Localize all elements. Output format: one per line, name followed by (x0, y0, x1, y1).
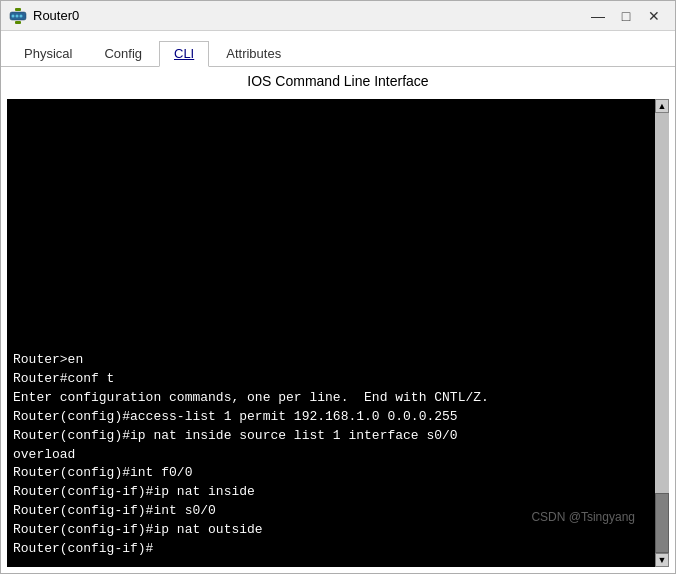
svg-point-1 (12, 14, 15, 17)
tab-config[interactable]: Config (89, 41, 157, 66)
router-icon (9, 7, 27, 25)
cli-content[interactable]: Press RETURN to get started. Router>en R… (7, 99, 655, 567)
scrollbar-track[interactable] (655, 113, 669, 553)
scrollbar-thumb[interactable] (655, 493, 669, 553)
close-button[interactable]: ✕ (641, 6, 667, 26)
tab-attributes[interactable]: Attributes (211, 41, 296, 66)
svg-point-3 (20, 14, 23, 17)
minimize-button[interactable]: — (585, 6, 611, 26)
main-window: Router0 — □ ✕ Physical Config CLI Attrib… (0, 0, 676, 574)
scrollbar[interactable]: ▲ ▼ (655, 99, 669, 567)
cli-commands: Router>en Router#conf t Enter configurat… (7, 351, 655, 566)
window-controls: — □ ✕ (585, 6, 667, 26)
title-bar: Router0 — □ ✕ (1, 1, 675, 31)
tab-bar: Physical Config CLI Attributes (1, 31, 675, 67)
svg-rect-4 (15, 8, 21, 11)
section-title: IOS Command Line Interface (1, 67, 675, 95)
maximize-button[interactable]: □ (613, 6, 639, 26)
window-title: Router0 (33, 8, 585, 23)
scroll-up-button[interactable]: ▲ (655, 99, 669, 113)
cli-container: Press RETURN to get started. Router>en R… (7, 99, 669, 567)
svg-rect-5 (15, 21, 21, 24)
svg-point-2 (16, 14, 19, 17)
scroll-down-button[interactable]: ▼ (655, 553, 669, 567)
tab-physical[interactable]: Physical (9, 41, 87, 66)
cli-output: Press RETURN to get started. (7, 99, 655, 151)
tab-cli[interactable]: CLI (159, 41, 209, 67)
